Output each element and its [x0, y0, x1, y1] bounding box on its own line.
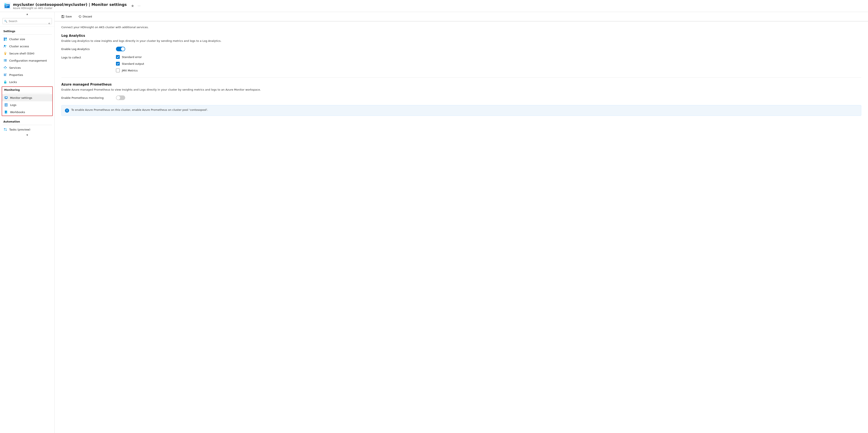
enable-log-analytics-row: Enable Log Analytics	[61, 47, 861, 51]
properties-icon	[3, 73, 7, 77]
monitor-settings-label: Monitor settings	[10, 96, 32, 99]
discard-label: Discard	[83, 15, 92, 18]
sidebar-item-config-management[interactable]: Configuration management	[0, 57, 54, 64]
svg-rect-57	[62, 17, 64, 18]
sidebar-item-tasks-preview[interactable]: Tasks (preview)	[0, 126, 54, 133]
sidebar-item-cluster-access[interactable]: Cluster access	[0, 43, 54, 50]
sidebar-item-secure-shell[interactable]: Secure shell (SSH)	[0, 50, 54, 57]
services-icon	[3, 66, 7, 69]
svg-rect-3	[5, 6, 8, 6]
collapse-sidebar-button[interactable]: «	[46, 20, 52, 27]
sidebar-item-cluster-size[interactable]: Cluster size	[0, 35, 54, 43]
settings-divider	[2, 34, 52, 35]
svg-line-25	[4, 67, 5, 68]
enable-log-analytics-label: Enable Log Analytics	[61, 47, 116, 51]
svg-rect-2	[5, 5, 9, 5]
svg-rect-20	[4, 61, 5, 61]
page-subtitle: Azure HDInsight on AKS cluster	[13, 7, 127, 10]
discard-button[interactable]: Discard	[77, 14, 94, 19]
scroll-up-arrow[interactable]: ▲	[0, 12, 54, 16]
toggle-slider-on	[116, 47, 125, 51]
svg-rect-38	[5, 97, 6, 98]
main-layout: ▲ 🔍 « Settings	[0, 12, 868, 433]
jmx-metrics-checkbox[interactable]	[116, 68, 120, 72]
section-separator	[61, 77, 861, 78]
sidebar-item-services[interactable]: Services	[0, 64, 54, 71]
standard-error-item[interactable]: Standard error	[116, 55, 144, 59]
svg-point-51	[6, 130, 6, 131]
svg-point-48	[4, 128, 5, 129]
tasks-preview-icon	[3, 127, 7, 132]
tasks-preview-label: Tasks (preview)	[9, 128, 30, 131]
svg-rect-30	[4, 75, 6, 75]
svg-rect-37	[5, 97, 6, 97]
svg-rect-13	[5, 54, 6, 55]
save-icon	[61, 15, 64, 18]
settings-section: Settings Cluster size	[0, 27, 54, 86]
more-options-button[interactable]: ···	[137, 3, 141, 9]
cluster-size-icon	[3, 37, 7, 41]
services-label: Services	[9, 66, 21, 69]
prometheus-title: Azure managed Prometheus	[61, 83, 861, 86]
svg-rect-33	[5, 82, 6, 83]
cluster-size-label: Cluster size	[9, 38, 25, 41]
header: mycluster (contosopool/mycluster) | Moni…	[0, 0, 868, 12]
info-icon: i	[65, 109, 69, 113]
sidebar-item-properties[interactable]: Properties	[0, 71, 54, 78]
header-actions: ★ ···	[130, 3, 141, 9]
svg-point-10	[4, 45, 5, 46]
standard-error-checkbox[interactable]	[116, 55, 120, 59]
prometheus-section: Azure managed Prometheus Enable Azure ma…	[61, 83, 861, 116]
page-title: mycluster (contosopool/mycluster) | Moni…	[13, 2, 127, 7]
logs-icon	[4, 103, 8, 107]
standard-output-label: Standard output	[122, 62, 144, 65]
sidebar-item-logs[interactable]: Logs	[2, 101, 52, 109]
save-button[interactable]: Save	[60, 14, 73, 19]
svg-point-11	[5, 45, 6, 46]
automation-section-label: Automation	[0, 117, 54, 124]
header-text: mycluster (contosopool/mycluster) | Moni…	[13, 2, 127, 10]
scroll-down-arrow[interactable]: ▼	[0, 133, 54, 137]
enable-prometheus-label: Enable Prometheus monitoring	[61, 95, 116, 99]
standard-output-item[interactable]: Standard output	[116, 62, 144, 65]
enable-prometheus-toggle[interactable]	[116, 95, 125, 100]
toggle-slider-off	[116, 95, 125, 100]
config-management-icon	[3, 59, 7, 62]
svg-rect-42	[5, 105, 6, 105]
sidebar-item-monitor-settings[interactable]: Monitor settings	[2, 94, 52, 101]
enable-log-analytics-toggle[interactable]	[116, 47, 125, 51]
favorite-button[interactable]: ★	[130, 3, 135, 9]
svg-rect-36	[5, 98, 7, 99]
monitoring-divider	[5, 93, 50, 93]
content-area: Save Discard Connect your HDInsight on A…	[55, 12, 868, 433]
settings-section-label: Settings	[0, 27, 54, 34]
svg-rect-41	[5, 104, 7, 105]
svg-rect-31	[4, 76, 6, 76]
prometheus-info-banner: i To enable Azure Prometheus on this clu…	[61, 105, 861, 116]
svg-point-50	[4, 130, 5, 131]
workbooks-icon	[4, 110, 8, 114]
standard-error-label: Standard error	[122, 56, 142, 59]
logs-to-collect-label: Logs to collect	[61, 55, 116, 59]
logs-label: Logs	[10, 104, 17, 107]
config-management-label: Configuration management	[9, 59, 47, 62]
content-body: Connect your HDInsight on AKS cluster wi…	[55, 22, 868, 120]
main-description: Connect your HDInsight on AKS cluster wi…	[61, 26, 861, 29]
sidebar-item-locks[interactable]: Locks	[0, 78, 54, 86]
svg-rect-7	[5, 38, 7, 39]
standard-output-checkbox[interactable]	[116, 62, 120, 65]
cluster-access-icon	[3, 45, 7, 48]
svg-line-27	[4, 68, 5, 69]
svg-rect-5	[5, 3, 6, 5]
svg-point-49	[6, 128, 6, 129]
sidebar-search-container: 🔍 «	[0, 16, 54, 27]
toolbar: Save Discard	[55, 12, 868, 21]
search-input[interactable]	[2, 18, 52, 24]
log-analytics-section: Log Analytics Enable Log Analytics to vi…	[61, 34, 861, 72]
sidebar-item-workbooks[interactable]: Workbooks	[2, 109, 52, 116]
locks-label: Locks	[9, 81, 17, 84]
cluster-access-label: Cluster access	[9, 45, 29, 48]
svg-rect-19	[4, 60, 5, 61]
jmx-metrics-item[interactable]: JMX Metrics	[116, 68, 144, 72]
svg-rect-29	[4, 74, 7, 74]
